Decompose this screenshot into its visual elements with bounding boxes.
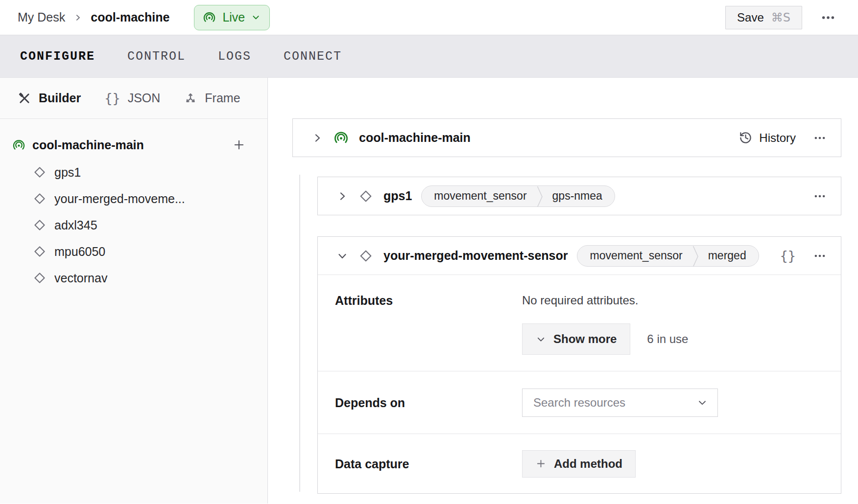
tree-item-label: mpu6050 [54, 245, 105, 259]
tab-logs[interactable]: LOGS [218, 49, 251, 64]
breadcrumb-parent-link[interactable]: My Desk [18, 10, 65, 24]
tree-item-label: gps1 [54, 165, 81, 180]
component-diamond-icon [33, 271, 47, 285]
mode-frame-label: Frame [205, 91, 240, 105]
machine-card-menu-button[interactable] [813, 132, 826, 144]
save-shortcut-hint: ⌘S [771, 11, 790, 24]
component-diamond-icon [33, 245, 47, 258]
chevron-down-icon [536, 334, 546, 344]
expand-gps1-card-button[interactable] [336, 190, 348, 202]
component-diamond-icon [33, 165, 47, 179]
machine-part-card: cool-machine-main History [292, 118, 841, 157]
live-status-label: Live [222, 10, 245, 24]
resource-subtype-tag: movement_sensor [577, 246, 692, 266]
tree-item-adxl345[interactable]: adxl345 [0, 212, 267, 238]
chevron-down-icon [251, 13, 261, 22]
save-button-label: Save [737, 11, 764, 24]
tree-root-machine[interactable]: cool-machine-main [0, 131, 267, 159]
history-button[interactable]: History [739, 131, 796, 145]
ellipsis-icon [813, 132, 826, 144]
tab-connect[interactable]: CONNECT [284, 49, 342, 64]
tree-item-label: vectornav [54, 271, 107, 285]
tag-divider-chevron [692, 246, 699, 267]
merged-sensor-card: your-merged-movement-sensor movement_sen… [317, 236, 841, 494]
tree-root-label: cool-machine-main [32, 138, 144, 152]
plus-icon [535, 458, 547, 469]
ellipsis-icon [813, 190, 826, 203]
ellipsis-icon [813, 250, 826, 262]
tree-item-label: adxl345 [54, 218, 97, 232]
component-diamond-icon [358, 189, 373, 204]
tree-item-label: your-merged-moveme... [54, 192, 185, 206]
chevron-right-icon [311, 132, 323, 144]
tools-icon [18, 92, 31, 105]
save-button[interactable]: Save ⌘S [725, 6, 802, 29]
top-header: My Desk cool-machine Live Save ⌘S [0, 0, 858, 35]
breadcrumb: My Desk cool-machine [18, 10, 169, 24]
curly-braces-icon: {} [104, 91, 120, 106]
plus-icon [232, 138, 246, 152]
machine-part-icon [12, 138, 25, 152]
broadcast-icon [203, 11, 216, 24]
gps1-card-title: gps1 [383, 189, 412, 203]
merged-card-menu-button[interactable] [813, 250, 826, 262]
depends-on-select[interactable]: Search resources [522, 389, 718, 417]
expand-machine-card-button[interactable] [311, 132, 323, 144]
history-clock-icon [739, 131, 752, 144]
header-overflow-menu-button[interactable] [821, 10, 835, 25]
tab-control[interactable]: CONTROL [127, 49, 186, 64]
data-capture-section: Data capture Add method [318, 434, 841, 493]
edit-json-button[interactable]: {} [780, 248, 796, 263]
component-diamond-icon [358, 249, 373, 263]
axes-icon [184, 92, 197, 105]
mode-builder[interactable]: Builder [18, 91, 81, 105]
attributes-content: No required attributes. Show more 6 in u… [522, 293, 688, 355]
add-method-button[interactable]: Add method [522, 450, 636, 478]
add-method-label: Add method [554, 457, 622, 471]
attributes-label: Attributes [335, 293, 522, 355]
mode-json[interactable]: {} JSON [104, 91, 160, 106]
machine-part-icon [334, 130, 349, 145]
ellipsis-icon [821, 10, 835, 25]
show-more-button[interactable]: Show more [522, 323, 630, 355]
main-tab-bar: CONFIGURE CONTROL LOGS CONNECT [0, 35, 858, 78]
collapse-merged-card-button[interactable] [336, 250, 348, 262]
merged-sensor-card-title: your-merged-movement-sensor [383, 249, 568, 263]
gps1-card-menu-button[interactable] [813, 190, 826, 203]
resource-model-tag: merged [699, 246, 759, 266]
mode-builder-label: Builder [39, 91, 81, 105]
chevron-right-icon [336, 190, 348, 202]
history-button-label: History [759, 131, 796, 145]
live-status-dropdown[interactable]: Live [194, 5, 270, 30]
tree-connector-line [299, 175, 300, 492]
depends-on-section: Depends on Search resources [318, 371, 841, 434]
chevron-down-icon [336, 250, 348, 262]
tag-divider-chevron [537, 186, 543, 207]
show-more-label: Show more [553, 332, 617, 346]
breadcrumb-chevron-icon [73, 13, 82, 22]
mode-json-label: JSON [128, 91, 161, 105]
resource-tree: cool-machine-main gps1 your-merged-movem… [0, 119, 267, 291]
resource-model-tag: gps-nmea [543, 186, 615, 206]
machine-part-title: cool-machine-main [359, 131, 471, 145]
data-capture-label: Data capture [335, 457, 522, 471]
mode-frame[interactable]: Frame [184, 91, 240, 105]
add-component-button[interactable] [232, 138, 246, 152]
gps1-type-model-tag: movement_sensor gps-nmea [421, 185, 615, 207]
config-main-panel: cool-machine-main History [268, 78, 858, 504]
chevron-down-icon [697, 397, 708, 408]
tree-item-mpu6050[interactable]: mpu6050 [0, 238, 267, 265]
tree-item-merged-sensor[interactable]: your-merged-moveme... [0, 185, 267, 212]
attributes-in-use-count: 6 in use [647, 332, 688, 346]
tree-item-gps1[interactable]: gps1 [0, 159, 267, 185]
resource-subtype-tag: movement_sensor [422, 186, 536, 206]
depends-on-placeholder: Search resources [533, 396, 625, 410]
app-window: My Desk cool-machine Live Save ⌘S CONFIG… [0, 0, 858, 504]
tab-configure[interactable]: CONFIGURE [20, 49, 95, 64]
merged-type-model-tag: movement_sensor merged [577, 245, 759, 267]
tree-item-vectornav[interactable]: vectornav [0, 265, 267, 291]
view-mode-bar: Builder {} JSON Frame [0, 78, 267, 119]
config-sidebar: Builder {} JSON Frame [0, 78, 268, 504]
breadcrumb-current: cool-machine [91, 10, 169, 24]
component-diamond-icon [33, 192, 47, 206]
